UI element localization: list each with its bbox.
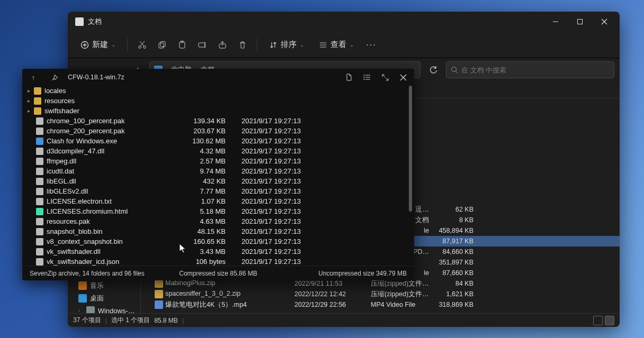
archive-file-row[interactable]: ffmpeg.dll2.57 MB2021/9/17 19:27:13: [22, 156, 414, 166]
fullscreen-button[interactable]: [377, 69, 393, 85]
archive-titlebar[interactable]: ↑ CFW-0.18.1-win.7z: [22, 69, 414, 86]
nav-music[interactable]: 音乐: [68, 279, 140, 292]
nav-label: 音乐: [90, 281, 104, 290]
archive-file-row[interactable]: icudtl.dat9.74 MB2021/9/17 19:27:13: [22, 166, 414, 176]
rename-button[interactable]: [193, 36, 211, 54]
list-icon: [319, 41, 327, 49]
file-icon: [155, 300, 163, 309]
archive-file-row[interactable]: libGLESv2.dll7.77 MB2021/9/17 19:27:13: [22, 186, 414, 196]
archive-file-row[interactable]: Clash for Windows.exe130.62 MB2021/9/17 …: [22, 136, 414, 146]
separator: |: [182, 317, 184, 324]
expand-icon[interactable]: ▸: [28, 108, 34, 114]
close-button[interactable]: [395, 69, 411, 85]
archive-file-row[interactable]: resources.pak4.63 MB2021/9/17 19:27:13: [22, 216, 414, 226]
maximize-button[interactable]: [568, 12, 592, 32]
delete-button[interactable]: [234, 36, 252, 54]
new-button[interactable]: 新建 ⌄: [74, 36, 122, 53]
separator: [127, 39, 128, 51]
separator: |: [105, 317, 107, 324]
file-row[interactable]: spacesniffer_1_3_0_2.zip2022/12/22 12:42…: [141, 289, 620, 299]
file-icon: [36, 238, 43, 245]
clipboard-icon: [178, 41, 186, 49]
minimize-button[interactable]: [543, 12, 568, 32]
archive-preview-window: ↑ CFW-0.18.1-win.7z ▸locales▸resources▸s…: [22, 69, 414, 280]
chevron-down-icon: ⌄: [300, 42, 304, 48]
file-icon: [36, 138, 43, 145]
archive-folder-row[interactable]: ▸locales: [22, 86, 414, 96]
archive-file-row[interactable]: d3dcompiler_47.dll4.32 MB2021/9/17 19:27…: [22, 146, 414, 156]
scrollbar-thumb[interactable]: [409, 86, 412, 212]
music-icon: [78, 281, 87, 290]
svg-point-7: [138, 46, 141, 49]
pin-icon: [51, 74, 58, 81]
expand-icon[interactable]: ▸: [28, 88, 34, 94]
archive-file-row[interactable]: vk_swiftshader_icd.json106 bytes2021/9/1…: [22, 257, 414, 266]
close-button[interactable]: [592, 12, 616, 32]
archive-footer: SevenZip archive, 14 folders and 96 file…: [22, 266, 414, 280]
share-button[interactable]: [213, 36, 231, 54]
view-button[interactable]: 查看 ⌄: [312, 36, 360, 53]
selection-size: 85.8 MB: [154, 317, 178, 324]
archive-file-list[interactable]: ▸locales▸resources▸swiftshader chrome_10…: [22, 86, 414, 266]
folder-icon: [34, 97, 41, 105]
file-icon: [36, 218, 43, 225]
cut-button[interactable]: [133, 36, 151, 54]
share-icon: [218, 41, 227, 49]
paste-button[interactable]: [173, 36, 191, 54]
expand-icon[interactable]: ▸: [28, 98, 34, 104]
file-icon: [36, 208, 43, 215]
sort-icon: [269, 41, 278, 49]
file-row[interactable]: 爆款笔电对比4K（5）.mp42022/12/29 22:56MP4 Video…: [141, 299, 620, 310]
file-icon: [36, 228, 43, 235]
list-button[interactable]: [359, 69, 375, 85]
thumbnails-view-button[interactable]: [605, 316, 614, 325]
nav-drive[interactable]: ›Windows-SSD: [68, 305, 140, 313]
search-box[interactable]: [446, 61, 614, 78]
chevron-right-icon: ›: [78, 308, 83, 313]
nav-desktop[interactable]: 桌面: [68, 292, 140, 305]
archive-folder-row[interactable]: ▸swiftshader: [22, 106, 414, 116]
archive-file-row[interactable]: LICENSES.chromium.html5.18 MB2021/9/17 1…: [22, 206, 414, 216]
details-view-button[interactable]: [593, 316, 603, 325]
copy-button[interactable]: [153, 36, 171, 54]
archive-file-row[interactable]: LICENSE.electron.txt1.07 KB2021/9/17 19:…: [22, 196, 414, 206]
file-icon: [155, 279, 163, 288]
nav-label: Windows-SSD: [98, 307, 136, 314]
file-icon: [36, 127, 43, 135]
sort-button[interactable]: 排序 ⌄: [263, 36, 310, 53]
archive-summary: SevenZip archive, 14 folders and 96 file…: [30, 270, 155, 277]
compressed-size: Compressed size 85.86 MB: [155, 270, 281, 277]
refresh-button[interactable]: [425, 61, 442, 78]
svg-rect-12: [160, 41, 165, 47]
more-button[interactable]: ···: [362, 36, 380, 54]
list-icon: [363, 74, 371, 81]
svg-line-10: [140, 41, 144, 46]
archive-file-row[interactable]: libEGL.dll432 KB2021/9/17 19:27:13: [22, 176, 414, 186]
archive-file-row[interactable]: snapshot_blob.bin48.15 KB2021/9/17 19:27…: [22, 226, 414, 236]
archive-file-row[interactable]: vk_swiftshader.dll3.43 MB2021/9/17 19:27…: [22, 246, 414, 257]
nav-label: 桌面: [90, 294, 104, 303]
up-button[interactable]: ↑: [25, 69, 41, 85]
svg-point-21: [452, 67, 457, 72]
scissors-icon: [138, 40, 147, 49]
archive-file-row[interactable]: chrome_100_percent.pak139.34 KB2021/9/17…: [22, 116, 414, 126]
svg-rect-1: [578, 20, 583, 24]
folder-icon: [34, 107, 41, 115]
scrollbar[interactable]: [408, 86, 413, 266]
archive-folder-row[interactable]: ▸resources: [22, 96, 414, 106]
pin-button[interactable]: [47, 69, 62, 85]
separator: [257, 39, 257, 51]
new-label: 新建: [92, 40, 108, 50]
search-input[interactable]: [461, 66, 610, 74]
archive-file-row[interactable]: v8_context_snapshot.bin160.65 KB2021/9/1…: [22, 236, 414, 246]
status-bar: 37 个项目 | 选中 1 个项目 85.8 MB |: [68, 313, 620, 327]
close-icon: [400, 74, 407, 81]
new-file-button[interactable]: [341, 69, 357, 85]
file-icon: [36, 198, 43, 205]
trash-icon: [238, 41, 247, 49]
archive-file-row[interactable]: chrome_200_percent.pak203.67 KB2021/9/17…: [22, 126, 414, 136]
svg-point-8: [143, 46, 146, 49]
titlebar[interactable]: 文档: [68, 12, 620, 32]
archive-title: CFW-0.18.1-win.7z: [68, 74, 124, 81]
file-icon: [36, 117, 43, 125]
